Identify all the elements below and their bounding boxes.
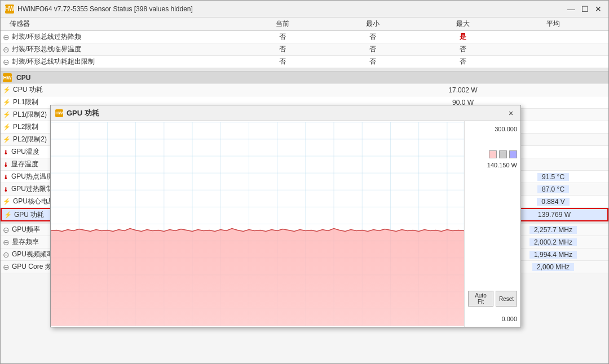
chart-y-mid: 140.150 W	[468, 162, 517, 168]
chart-title: GPU 功耗	[67, 108, 99, 118]
col-header-max: 最大	[418, 19, 508, 29]
cell-avg: 91.5 °C	[508, 173, 598, 181]
row-label: 封装/环形总线过热降频	[12, 32, 81, 42]
cell-name: HW CPU	[1, 73, 237, 82]
row-label: PL2(限制2)	[13, 135, 47, 144]
chart-title-left: HW GPU 功耗	[55, 108, 99, 118]
row-label: GPU过热限制	[11, 184, 53, 194]
table-row: ⚡ CPU 功耗 17.002 W	[1, 84, 608, 96]
table-area: 传感器 当前 最小 最大 平均 ⊖ 封装/环形总线过热降频 否 否 是	[1, 17, 608, 363]
main-window: HW HWiNFO64 v7.72-5355 Sensor Status [39…	[0, 0, 609, 364]
lightning-icon: ⚡	[3, 99, 11, 106]
cell-avg: 2,000 MHz	[508, 263, 598, 271]
row-label: GPU频率	[12, 225, 40, 234]
reset-button[interactable]: Reset	[496, 291, 517, 307]
cell-current: 否	[237, 57, 328, 66]
lightning-icon: ⚡	[3, 86, 11, 94]
cell-max: 17.002 W	[418, 86, 508, 94]
lightning-icon: ⚡	[3, 111, 11, 118]
cell-max: 是	[418, 32, 508, 42]
lightning-icon: ⚡	[3, 123, 11, 131]
cell-current: 否	[237, 32, 328, 42]
thermometer-icon: 🌡	[3, 161, 9, 168]
cell-avg: 2,000.2 MHz	[508, 238, 598, 246]
section-label: CPU	[16, 74, 30, 82]
cell-avg: 2,257.7 MHz	[508, 226, 598, 234]
circle-minus-icon: ⊖	[3, 225, 10, 234]
chart-window: HW GPU 功耗 ×	[50, 105, 521, 327]
row-label: 显存温度	[11, 159, 38, 169]
col-header-name: 传感器	[1, 19, 237, 29]
close-button[interactable]: ✕	[593, 3, 604, 15]
color-square-pink	[489, 150, 497, 158]
thermometer-icon: 🌡	[3, 149, 9, 156]
cell-name: ⊖ 封装/环形总线功耗超出限制	[1, 57, 237, 66]
thermometer-icon: 🌡	[3, 186, 9, 193]
chart-svg-container	[51, 121, 464, 327]
column-headers: 传感器 当前 最小 最大 平均	[1, 17, 608, 31]
title-bar-left: HW HWiNFO64 v7.72-5355 Sensor Status [39…	[5, 5, 193, 14]
lightning-icon: ⚡	[3, 198, 11, 205]
chart-content: 300.000 140.150 W Auto Fit Reset 0.000	[51, 121, 520, 327]
app-icon: HW	[5, 5, 14, 14]
cell-name: ⚡ CPU 功耗	[1, 85, 237, 95]
cell-name: ⊖ 封装/环形总线临界温度	[1, 45, 237, 54]
color-square-gray	[499, 150, 507, 158]
chart-close-button[interactable]: ×	[506, 108, 516, 118]
col-header-min: 最小	[328, 19, 418, 29]
cell-min: 否	[328, 57, 418, 66]
row-label: PL1(限制2)	[13, 110, 47, 119]
chart-color-squares	[468, 150, 517, 158]
chart-right-panel: 300.000 140.150 W Auto Fit Reset 0.000	[464, 121, 520, 327]
lightning-icon: ⚡	[4, 211, 12, 219]
cell-avg: 0.884 V	[508, 198, 598, 206]
minimize-button[interactable]: —	[566, 3, 577, 15]
cell-avg: 139.769 W	[509, 211, 599, 219]
row-label: 显存频率	[12, 237, 39, 247]
chart-svg	[51, 121, 464, 327]
chart-icon: HW	[55, 109, 63, 117]
title-bar-controls: — ☐ ✕	[566, 3, 604, 15]
circle-minus-icon: ⊖	[3, 33, 10, 42]
color-square-blue	[509, 150, 517, 158]
window-title: HWiNFO64 v7.72-5355 Sensor Status [398 v…	[17, 5, 193, 13]
row-label: 封装/环形总线功耗超出限制	[12, 57, 95, 66]
cell-min: 否	[328, 45, 418, 54]
circle-minus-icon: ⊖	[3, 238, 10, 247]
row-label: PL1限制	[13, 97, 38, 107]
chart-title-bar: HW GPU 功耗 ×	[51, 105, 520, 121]
chart-y-max: 300.000	[468, 126, 517, 132]
row-label: PL2限制	[13, 122, 38, 132]
col-header-avg: 平均	[508, 19, 598, 29]
col-header-current: 当前	[237, 19, 328, 29]
row-label: GPU核心电压	[13, 197, 55, 206]
cell-min: 否	[328, 32, 418, 42]
thermometer-icon: 🌡	[3, 174, 9, 180]
row-label: CPU 功耗	[13, 85, 43, 95]
maximize-button[interactable]: ☐	[579, 3, 590, 15]
cell-avg: 1,994.4 MHz	[508, 251, 598, 259]
row-label: GPU热点温度	[11, 172, 53, 181]
cell-avg: 87.0 °C	[508, 185, 598, 193]
section-header-cpu: HW CPU	[1, 72, 608, 84]
table-row: ⊖ 封装/环形总线过热降频 否 否 是	[1, 31, 608, 43]
row-label: 封装/环形总线临界温度	[12, 45, 81, 54]
cell-max: 否	[418, 45, 508, 54]
circle-minus-icon: ⊖	[3, 263, 10, 272]
circle-minus-icon: ⊖	[3, 45, 10, 54]
table-row: ⊖ 封装/环形总线功耗超出限制 否 否 否	[1, 56, 608, 68]
row-label: GPU视频频率	[12, 250, 54, 259]
chart-y-min: 0.000	[468, 316, 517, 322]
row-label: GPU 功耗	[14, 210, 44, 220]
chart-buttons: Auto Fit Reset	[468, 291, 517, 307]
cell-name: ⊖ 封装/环形总线过热降频	[1, 32, 237, 42]
circle-minus-icon: ⊖	[3, 57, 10, 66]
cell-max: 否	[418, 57, 508, 66]
auto-fit-button[interactable]: Auto Fit	[468, 291, 493, 307]
lightning-icon: ⚡	[3, 136, 11, 143]
title-bar: HW HWiNFO64 v7.72-5355 Sensor Status [39…	[1, 1, 608, 17]
row-label: GPU温度	[11, 147, 39, 157]
section-icon: HW	[3, 73, 12, 82]
table-row: ⊖ 封装/环形总线临界温度 否 否 否	[1, 43, 608, 56]
cell-current: 否	[237, 45, 328, 54]
